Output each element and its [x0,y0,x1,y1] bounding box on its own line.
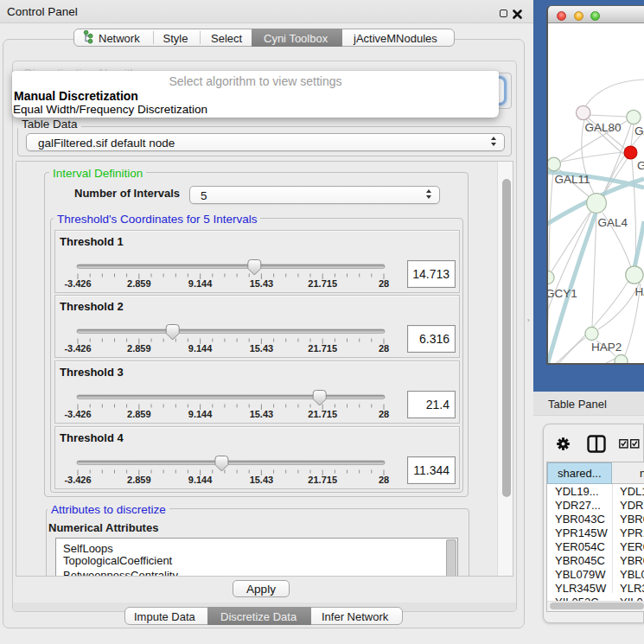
svg-text:21.715: 21.715 [308,278,337,289]
svg-text:2.859: 2.859 [127,409,151,419]
svg-text:15.43: 15.43 [250,278,274,289]
svg-text:9.144: 9.144 [188,475,213,485]
svg-text:21.715: 21.715 [308,343,337,354]
svg-text:GAL4: GAL4 [598,216,628,229]
svg-text:15.43: 15.43 [250,409,274,419]
svg-text:15.43: 15.43 [250,343,274,354]
svg-text:-3.426: -3.426 [64,343,91,354]
svg-text:GA: GA [637,159,644,172]
svg-text:2.859: 2.859 [127,278,151,289]
svg-text:2.859: 2.859 [127,475,151,485]
svg-text:GCY1: GCY1 [548,287,577,300]
svg-text:GA: GA [634,124,644,137]
svg-text:28: 28 [379,409,389,419]
svg-text:9.144: 9.144 [188,278,213,289]
svg-text:28: 28 [379,343,389,354]
svg-text:-3.426: -3.426 [64,409,91,419]
svg-text:15.43: 15.43 [250,475,274,485]
svg-text:2.859: 2.859 [127,343,151,354]
svg-text:HAP2: HAP2 [591,341,622,354]
svg-text:GAL80: GAL80 [585,121,622,134]
svg-text:GAL11: GAL11 [555,173,590,186]
svg-text:28: 28 [379,278,389,289]
svg-text:9.144: 9.144 [188,343,213,354]
svg-text:-3.426: -3.426 [64,475,91,485]
svg-text:9.144: 9.144 [188,409,213,419]
svg-text:28: 28 [379,475,389,485]
svg-text:21.715: 21.715 [308,475,337,485]
svg-text:HA: HA [635,285,644,298]
svg-text:-3.426: -3.426 [64,278,91,289]
svg-text:21.715: 21.715 [308,409,337,419]
